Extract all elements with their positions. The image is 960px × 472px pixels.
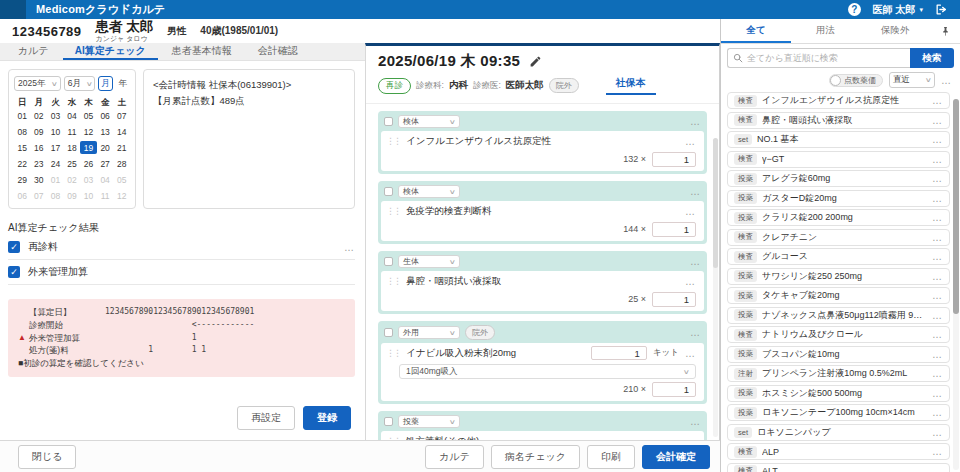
- calendar-day[interactable]: 18: [64, 141, 81, 154]
- category-dropdown[interactable]: 外用∨: [398, 326, 460, 339]
- drag-handle-icon[interactable]: ⋮⋮: [386, 276, 400, 286]
- insurance-tab[interactable]: 社保本: [606, 76, 656, 95]
- more-icon[interactable]: …: [932, 193, 943, 204]
- month-dropdown[interactable]: 6月 ∨: [64, 76, 96, 91]
- more-icon[interactable]: …: [932, 388, 943, 399]
- quantity-input[interactable]: [652, 152, 696, 167]
- calendar-day[interactable]: 06: [97, 109, 114, 122]
- more-icon[interactable]: …: [685, 276, 696, 287]
- calendar-day[interactable]: 06: [14, 189, 31, 202]
- catalog-item[interactable]: 注射プリンペラン注射液10mg 0.5%2mL…: [727, 365, 950, 382]
- calendar-day[interactable]: 15: [14, 141, 31, 154]
- card-checkbox[interactable]: [384, 117, 393, 126]
- edit-pencil-icon[interactable]: [529, 55, 542, 68]
- card-checkbox[interactable]: [384, 187, 393, 196]
- calendar-day[interactable]: 12: [80, 125, 97, 138]
- more-icon[interactable]: …: [685, 206, 696, 217]
- left-tab[interactable]: 患者基本情報: [160, 43, 244, 60]
- catalog-item[interactable]: 投薬サワシリン錠250 250mg…: [727, 268, 950, 285]
- more-icon[interactable]: …: [685, 348, 696, 359]
- calendar-day[interactable]: 09: [31, 125, 48, 138]
- logout-icon[interactable]: [935, 3, 948, 16]
- left-tab[interactable]: AI算定チェック: [63, 43, 158, 60]
- calendar-day[interactable]: 10: [80, 189, 97, 202]
- print-button[interactable]: 印刷: [587, 445, 635, 469]
- more-icon[interactable]: …: [932, 407, 943, 418]
- calendar-day[interactable]: 13: [97, 125, 114, 138]
- more-icon[interactable]: …: [932, 368, 943, 379]
- calendar-day[interactable]: 03: [47, 109, 64, 122]
- calendar-day[interactable]: 01: [47, 173, 64, 186]
- calendar-day[interactable]: 27: [97, 157, 114, 170]
- calendar-day[interactable]: 02: [31, 109, 48, 122]
- more-icon[interactable]: …: [932, 271, 943, 282]
- catalog-scrollbar[interactable]: [953, 99, 959, 470]
- catalog-item[interactable]: 検査クレアチニン…: [727, 229, 950, 246]
- more-icon[interactable]: …: [932, 290, 943, 301]
- catalog-item[interactable]: 投薬タケキャブ錠20mg…: [727, 287, 950, 304]
- register-button[interactable]: 登録: [303, 406, 351, 430]
- calendar-day[interactable]: 29: [14, 173, 31, 186]
- calendar-day[interactable]: 14: [113, 125, 130, 138]
- year-dropdown[interactable]: 2025年 ∨: [14, 76, 61, 91]
- more-icon[interactable]: …: [932, 134, 943, 145]
- calendar-day[interactable]: 05: [113, 173, 130, 186]
- catalog-item[interactable]: setNO.1 基本…: [727, 131, 950, 148]
- catalog-item[interactable]: 検査γ−GT…: [727, 151, 950, 168]
- karte-button[interactable]: カルテ: [425, 445, 484, 469]
- disease-name-check-button[interactable]: 病名チェック: [491, 445, 580, 469]
- quantity-input[interactable]: [652, 382, 696, 397]
- calendar-day[interactable]: 12: [113, 189, 130, 202]
- calendar-day[interactable]: 10: [47, 125, 64, 138]
- calendar-day[interactable]: 11: [64, 125, 81, 138]
- calendar-day[interactable]: 01: [14, 109, 31, 122]
- catalog-item[interactable]: 検査ALT…: [727, 463, 950, 472]
- checkbox-checked-icon[interactable]: ✓: [8, 241, 20, 253]
- catalog-tab[interactable]: 保険外: [860, 19, 930, 43]
- catalog-item[interactable]: 投薬ガスターD錠20mg…: [727, 190, 950, 207]
- calendar-day[interactable]: 22: [14, 157, 31, 170]
- calendar-day[interactable]: 19: [80, 141, 97, 154]
- more-icon[interactable]: …: [932, 212, 943, 223]
- middle-scrollbar-thumb[interactable]: [713, 138, 718, 268]
- calendar-day[interactable]: 07: [113, 109, 130, 122]
- catalog-item[interactable]: 検査グルコース…: [727, 248, 950, 265]
- usage-dropdown[interactable]: 1回40mg吸入∨: [399, 364, 696, 379]
- calendar-day[interactable]: 17: [47, 141, 64, 154]
- catalog-item[interactable]: 投薬クラリス錠200 200mg…: [727, 209, 950, 226]
- month-mode-button[interactable]: 月: [98, 76, 112, 91]
- catalog-item[interactable]: 投薬ブスコパン錠10mg…: [727, 346, 950, 363]
- middle-scrollbar[interactable]: [713, 138, 718, 437]
- catalog-item[interactable]: 投薬ホスミシン錠500 500mg…: [727, 385, 950, 402]
- calendar-day[interactable]: 24: [47, 157, 64, 170]
- calendar-day[interactable]: 20: [97, 141, 114, 154]
- category-dropdown[interactable]: 検体∨: [398, 185, 460, 198]
- more-icon[interactable]: …: [932, 115, 943, 126]
- more-icon[interactable]: …: [932, 95, 943, 106]
- more-icon[interactable]: …: [932, 349, 943, 360]
- drag-handle-icon[interactable]: ⋮⋮: [386, 206, 400, 216]
- catalog-tab[interactable]: 用法: [791, 19, 861, 43]
- billing-confirm-button[interactable]: 会計確定: [642, 445, 710, 469]
- reset-button[interactable]: 再設定: [237, 406, 295, 430]
- left-tab[interactable]: 会計確認: [246, 43, 310, 60]
- pin-icon[interactable]: [930, 19, 960, 43]
- calendar-day[interactable]: 11: [97, 189, 114, 202]
- catalog-item[interactable]: 投薬ナゾネックス点鼻液50μg112噴霧用 9mg18g…: [727, 307, 950, 324]
- calendar-day[interactable]: 08: [14, 125, 31, 138]
- more-icon[interactable]: …: [932, 329, 943, 340]
- calendar-day[interactable]: 07: [31, 189, 48, 202]
- catalog-item[interactable]: 検査鼻腔・咽頭拭い液採取…: [727, 112, 950, 129]
- card-checkbox[interactable]: [384, 328, 393, 337]
- close-button[interactable]: 閉じる: [18, 445, 76, 469]
- calendar-day[interactable]: 02: [64, 173, 81, 186]
- catalog-item[interactable]: 検査ALP…: [727, 443, 950, 460]
- more-icon[interactable]: …: [690, 416, 701, 427]
- search-input[interactable]: [747, 53, 905, 63]
- more-icon[interactable]: …: [932, 173, 943, 184]
- more-icon[interactable]: …: [941, 75, 952, 86]
- checkbox-checked-icon[interactable]: ✓: [8, 266, 20, 278]
- points-price-toggle[interactable]: 点数薬価: [829, 74, 883, 87]
- calendar-day[interactable]: 05: [80, 109, 97, 122]
- user-menu[interactable]: 医師 太郎 ▾: [873, 3, 923, 17]
